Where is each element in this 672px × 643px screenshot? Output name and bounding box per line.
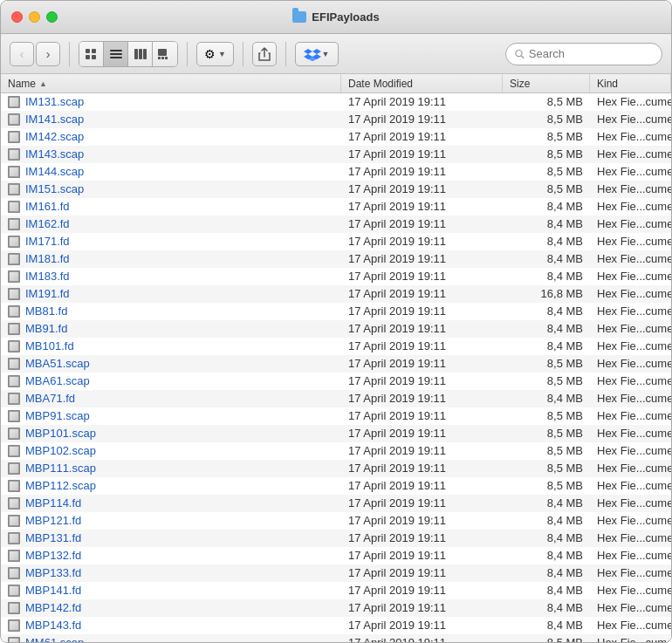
file-icon	[8, 270, 20, 283]
file-icon	[8, 532, 20, 544]
table-row[interactable]: MBP143.fd 17 April 2019 19:11 8,4 MB Hex…	[1, 617, 671, 634]
table-row[interactable]: IM171.fd 17 April 2019 19:11 8,4 MB Hex …	[1, 233, 671, 250]
gear-chevron-icon: ▼	[218, 50, 226, 58]
table-row[interactable]: MBP121.fd 17 April 2019 19:11 8,4 MB Hex…	[1, 512, 671, 530]
search-box[interactable]	[505, 43, 662, 65]
table-row[interactable]: MBP111.scap 17 April 2019 19:11 8,5 MB H…	[1, 460, 671, 477]
file-kind: Hex Fie...cument	[590, 322, 671, 335]
svg-rect-3	[92, 55, 96, 59]
table-row[interactable]: IM144.scap 17 April 2019 19:11 8,5 MB He…	[1, 163, 671, 181]
table-row[interactable]: IM131.scap 17 April 2019 19:11 8,5 MB He…	[1, 93, 671, 111]
table-row[interactable]: MBP112.scap 17 April 2019 19:11 8,5 MB H…	[1, 477, 671, 495]
table-row[interactable]: IM142.scap 17 April 2019 19:11 8,5 MB He…	[1, 128, 671, 146]
table-row[interactable]: IM141.scap 17 April 2019 19:11 8,5 MB He…	[1, 111, 671, 128]
table-row[interactable]: IM181.fd 17 April 2019 19:11 8,4 MB Hex …	[1, 250, 671, 268]
file-icon	[8, 148, 20, 161]
table-row[interactable]: MBP91.scap 17 April 2019 19:11 8,5 MB He…	[1, 407, 671, 425]
file-icon	[8, 113, 20, 126]
svg-rect-0	[86, 49, 90, 53]
file-kind: Hex Fie...cument	[590, 409, 671, 422]
table-row[interactable]: MB91.fd 17 April 2019 19:11 8,4 MB Hex F…	[1, 320, 671, 338]
file-name-cell: MBP101.scap	[1, 427, 341, 440]
svg-rect-11	[158, 57, 161, 59]
file-modified: 17 April 2019 19:11	[341, 182, 503, 195]
file-name: MBP133.fd	[25, 566, 81, 579]
table-row[interactable]: IM161.fd 17 April 2019 19:11 8,4 MB Hex …	[1, 198, 671, 215]
col-header-kind[interactable]: Kind	[590, 74, 671, 92]
table-row[interactable]: IM191.fd 17 April 2019 19:11 16,8 MB Hex…	[1, 285, 671, 303]
search-input[interactable]	[529, 47, 653, 60]
table-row[interactable]: MBP132.fd 17 April 2019 19:11 8,4 MB Hex…	[1, 547, 671, 564]
file-modified: 17 April 2019 19:11	[341, 200, 503, 213]
table-row[interactable]: IM143.scap 17 April 2019 19:11 8,5 MB He…	[1, 146, 671, 163]
file-kind: Hex Fie...cument	[590, 339, 671, 352]
gallery-view-button[interactable]	[153, 42, 177, 66]
maximize-button[interactable]	[46, 11, 58, 23]
file-name-cell: MBP121.fd	[1, 514, 341, 527]
file-name-cell: MB91.fd	[1, 322, 341, 335]
table-row[interactable]: MBA71.fd 17 April 2019 19:11 8,4 MB Hex …	[1, 390, 671, 407]
file-kind: Hex Fie...cument	[590, 496, 671, 510]
file-size: 8,5 MB	[503, 374, 590, 387]
table-row[interactable]: IM183.fd 17 April 2019 19:11 8,4 MB Hex …	[1, 268, 671, 285]
table-row[interactable]: MBP142.fd 17 April 2019 19:11 8,4 MB Hex…	[1, 599, 671, 617]
col-header-modified[interactable]: Date Modified	[341, 74, 503, 92]
file-kind: Hex Fie...cument	[590, 636, 671, 642]
minimize-button[interactable]	[29, 11, 40, 23]
col-header-size[interactable]: Size	[503, 74, 590, 92]
file-size: 8,5 MB	[503, 427, 590, 440]
table-row[interactable]: MBP101.scap 17 April 2019 19:11 8,5 MB H…	[1, 425, 671, 442]
table-row[interactable]: MB101.fd 17 April 2019 19:11 8,4 MB Hex …	[1, 338, 671, 355]
table-row[interactable]: IM151.scap 17 April 2019 19:11 8,5 MB He…	[1, 181, 671, 198]
file-modified: 17 April 2019 19:11	[341, 584, 503, 597]
table-row[interactable]: MBP131.fd 17 April 2019 19:11 8,4 MB Hex…	[1, 530, 671, 547]
close-button[interactable]	[11, 11, 23, 23]
table-row[interactable]: MBP141.fd 17 April 2019 19:11 8,4 MB Hex…	[1, 582, 671, 599]
file-size: 8,4 MB	[503, 339, 590, 352]
file-name-cell: IM161.fd	[1, 200, 341, 213]
search-icon	[515, 49, 525, 59]
file-name-cell: IM141.scap	[1, 113, 341, 126]
list-view-button[interactable]	[104, 42, 128, 66]
file-modified: 17 April 2019 19:11	[341, 427, 503, 440]
file-name: MB101.fd	[25, 339, 74, 352]
toolbar-separator-3	[243, 42, 243, 66]
table-row[interactable]: MBP114.fd 17 April 2019 19:11 8,4 MB Hex…	[1, 495, 671, 512]
file-size: 8,5 MB	[503, 147, 590, 161]
nav-buttons: ‹ ›	[10, 42, 60, 66]
file-icon	[8, 497, 20, 510]
table-row[interactable]: MBA51.scap 17 April 2019 19:11 8,5 MB He…	[1, 355, 671, 373]
file-list[interactable]: IM131.scap 17 April 2019 19:11 8,5 MB He…	[1, 93, 671, 642]
table-row[interactable]: MBP102.scap 17 April 2019 19:11 8,5 MB H…	[1, 442, 671, 460]
share-button[interactable]	[252, 42, 277, 66]
file-size: 8,4 MB	[503, 531, 590, 544]
file-size: 8,4 MB	[503, 566, 590, 579]
file-kind: Hex Fie...cument	[590, 619, 671, 632]
table-row[interactable]: MBP133.fd 17 April 2019 19:11 8,4 MB Hex…	[1, 564, 671, 582]
column-view-button[interactable]	[128, 42, 153, 66]
toolbar-separator-2	[187, 42, 188, 66]
forward-button[interactable]: ›	[36, 42, 60, 66]
file-name: IM191.fd	[25, 287, 70, 300]
gear-button[interactable]: ⚙ ▼	[196, 42, 234, 66]
dropbox-button[interactable]: ▼	[295, 42, 339, 66]
file-icon	[8, 166, 20, 178]
table-row[interactable]: MM61.scap 17 April 2019 19:11 8,5 MB Hex…	[1, 634, 671, 642]
file-name-cell: IM181.fd	[1, 252, 341, 265]
file-kind: Hex Fie...cument	[590, 287, 671, 300]
file-modified: 17 April 2019 19:11	[341, 217, 503, 230]
icon-view-button[interactable]	[79, 42, 104, 66]
file-name: MBA61.scap	[25, 374, 90, 387]
svg-rect-2	[86, 55, 90, 59]
file-kind: Hex Fie...cument	[590, 444, 671, 457]
back-button[interactable]: ‹	[10, 42, 34, 66]
table-row[interactable]: MBA61.scap 17 April 2019 19:11 8,5 MB He…	[1, 373, 671, 390]
file-icon	[8, 445, 20, 457]
table-row[interactable]: MB81.fd 17 April 2019 19:11 8,4 MB Hex F…	[1, 303, 671, 320]
file-name: MBP142.fd	[25, 601, 81, 614]
window-title: EFIPayloads	[292, 10, 379, 24]
file-kind: Hex Fie...cument	[590, 479, 671, 492]
table-row[interactable]: IM162.fd 17 April 2019 19:11 8,4 MB Hex …	[1, 215, 671, 233]
col-header-name[interactable]: Name ▲	[1, 74, 341, 92]
file-name-cell: MBP111.scap	[1, 462, 341, 475]
